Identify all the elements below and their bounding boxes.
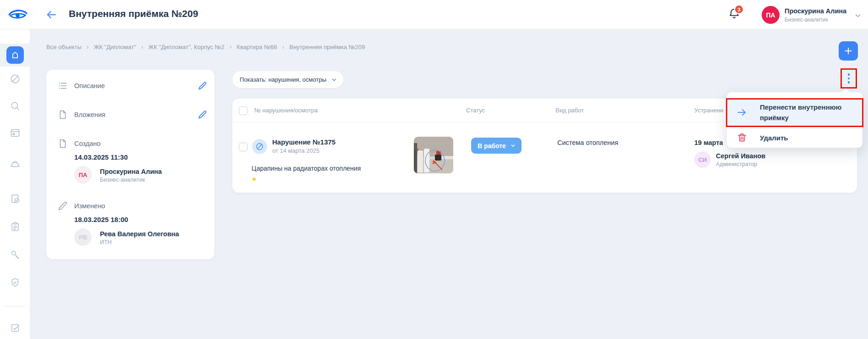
column-header-resolution: Устранени [694,107,723,114]
breadcrumb-item[interactable]: ЖК "Дипломат", Корпус №2 [148,44,224,50]
shield-check-icon [10,277,21,288]
created-user-name: Проскурина Алина [100,168,162,175]
breadcrumb-separator: › [282,43,285,50]
comment-indicator-dot [253,178,256,181]
arrow-left-icon [45,8,58,21]
user-name: Проскурина Алина [785,7,846,15]
status-dropdown[interactable]: В работе [471,138,522,154]
sidebar-item-access[interactable] [10,249,21,260]
notification-badge: 3 [734,5,744,14]
breadcrumb-item[interactable]: Все объекты [46,44,82,50]
sidebar-item-inspections[interactable] [10,193,21,204]
edit-attachments-button[interactable] [198,110,208,120]
plus-icon [843,46,853,56]
arrow-right-icon [736,107,747,118]
modified-user-avatar: РВ [74,228,92,246]
menu-item-transfer-acceptance[interactable]: Перенести внутреннюю приёмку [727,99,863,126]
breadcrumb-separator: › [141,43,143,50]
file-icon [57,138,68,149]
violation-photo-thumbnail[interactable] [414,137,453,173]
breadcrumb-separator: › [230,43,232,50]
page-title: Внутренняя приёмка №209 [69,8,198,19]
description-label: Описание [74,82,105,89]
created-label: Создано [74,140,100,147]
breadcrumb-separator: › [87,43,89,50]
violation-icon [252,139,267,154]
clipboard-list-icon [10,221,21,232]
violation-title[interactable]: Нарушение №1375 [272,138,335,146]
attachments-label: Вложения [74,111,105,118]
search-icon [10,100,21,111]
column-header-status: Статус [466,107,485,114]
sidebar-item-security[interactable] [10,277,21,288]
context-menu: Перенести внутреннюю приёмку Удалить [727,92,863,148]
user-role: Бизнес-аналитик [785,17,828,23]
violation-description: Царапины на радиаторах отопления [252,165,361,172]
column-header-work-type: Вид работ [555,107,584,114]
modified-user-role: ИТН [100,239,112,245]
sidebar-divider [4,306,26,306]
assignee-role: Администратор [716,161,757,167]
sidebar-item-cards[interactable] [10,128,21,139]
filter-dropdown[interactable]: Показать: нарушения, осмотры [232,71,343,88]
clipboard-check-icon [10,193,21,204]
work-type: Система отопления [557,139,618,146]
app-logo[interactable] [8,7,28,21]
breadcrumb-item[interactable]: ЖК "Дипломат" [93,44,136,50]
notifications-button[interactable]: 3 [728,8,742,22]
window-icon [10,128,21,139]
sidebar-item-construction[interactable] [10,159,21,170]
modified-user-name: Рева Валерия Олеговна [100,230,179,238]
pencil-icon [57,200,68,211]
breadcrumb: Все объекты › ЖК "Дипломат" › ЖК "Диплом… [46,43,365,50]
key-icon [10,249,21,260]
sidebar-item-search[interactable] [10,100,21,111]
chevron-down-icon [854,11,862,20]
assignee-name: Сергей Иванов [716,152,765,160]
sidebar-item-violations[interactable] [10,73,21,84]
trash-icon [736,132,747,143]
breadcrumb-item-current: Внутренняя приёмка №209 [289,44,365,50]
sidebar-item-tasks[interactable] [10,221,21,232]
fix-date: 19 марта [694,139,723,146]
created-user-avatar: ПА [74,166,92,183]
topbar: Внутренняя приёмка №209 3 ПА Проскурина … [0,0,868,29]
row-checkbox[interactable] [239,143,247,151]
kebab-menu-button[interactable] [843,70,855,87]
ban-icon [10,73,21,84]
filter-label: Показать: нарушения, осмотры [240,76,326,83]
select-all-checkbox[interactable] [239,106,247,115]
sidebar [0,29,30,339]
check-square-icon [10,322,21,333]
home-icon [10,50,20,60]
breadcrumb-item[interactable]: Квартира №68 [236,44,277,50]
violation-date: от 14 марта 2025 [272,147,319,154]
created-datetime: 14.03.2025 11:30 [74,153,128,161]
chevron-down-icon [331,77,337,83]
created-user-role: Бизнес-аналитик [100,177,145,183]
modified-datetime: 18.03.2025 18:00 [74,216,128,223]
status-label: В работе [478,142,506,150]
add-button[interactable] [839,41,858,61]
assignee-avatar: СИ [694,151,711,168]
user-avatar: ПА [762,6,780,24]
sidebar-item-approvals[interactable] [10,322,21,333]
hard-hat-icon [10,159,21,170]
chevron-down-icon [510,143,516,149]
modified-label: Изменено [74,202,105,210]
sidebar-item-home[interactable] [6,46,24,64]
back-button[interactable] [45,8,58,21]
column-header-number: № нарушения/осмотра [254,107,318,114]
file-icon [57,109,68,120]
app-window: Внутренняя приёмка №209 3 ПА Проскурина … [0,0,868,339]
info-card: Описание Вложения Создано 14.03.2025 11:… [46,70,214,259]
eye-logo-icon [8,7,28,21]
menu-item-delete[interactable]: Удалить [727,130,863,145]
user-menu[interactable]: ПА Проскурина Алина Бизнес-аналитик [761,6,864,26]
list-icon [57,80,68,91]
edit-description-button[interactable] [198,81,208,91]
menu-item-label: Перенести внутреннюю приёмку [760,102,857,123]
menu-item-label: Удалить [760,133,857,143]
context-menu-caret [841,88,850,96]
